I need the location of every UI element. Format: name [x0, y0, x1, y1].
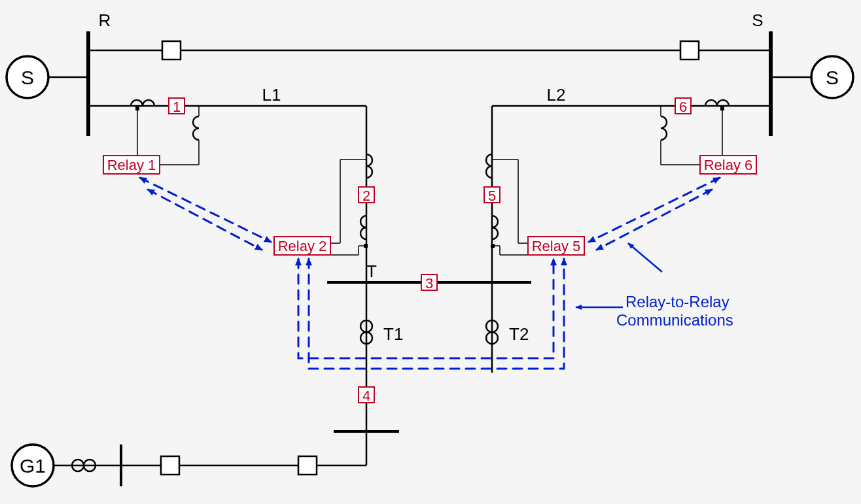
breaker-gen-2 — [298, 456, 317, 475]
t1-label: T1 — [383, 324, 403, 344]
ct-br5 — [486, 154, 492, 178]
breaker-5-label: 5 — [488, 188, 496, 204]
svg-rect-25 — [491, 244, 495, 248]
bus-r-label: R — [99, 10, 111, 30]
pt-br2 — [360, 216, 366, 239]
t2-label: T2 — [509, 324, 529, 344]
relay-5-label: Relay 5 — [532, 238, 581, 254]
annot-line1: Relay-to-Relay — [625, 293, 729, 311]
annot-line2: Communications — [616, 311, 733, 329]
breaker-tie-right — [680, 41, 699, 59]
comm-r6-r5-b — [597, 190, 712, 250]
relay-6-label: Relay 6 — [704, 157, 753, 173]
line-l1-label: L1 — [262, 85, 281, 105]
generator-g1-label: G1 — [20, 455, 46, 477]
ct-br2 — [366, 154, 372, 178]
svg-rect-11 — [720, 107, 724, 110]
breaker-gen-1 — [161, 456, 179, 475]
svg-rect-4 — [135, 107, 139, 110]
breaker-3-label: 3 — [425, 275, 433, 292]
breaker-4-label: 4 — [362, 388, 370, 404]
svg-rect-18 — [364, 244, 368, 248]
annot-arrow-1 — [628, 243, 662, 272]
pt-br5 — [492, 216, 498, 239]
relay-1-label: Relay 1 — [107, 157, 156, 173]
breaker-6-label: 6 — [679, 99, 687, 115]
comm-r1-r2-b — [148, 190, 262, 250]
ct-l2-busS — [705, 100, 729, 106]
comm-r6-r5-a — [589, 178, 720, 242]
breaker-2-label: 2 — [362, 188, 370, 204]
line-l2-label: L2 — [547, 85, 566, 105]
relay-2-label: Relay 2 — [278, 238, 327, 254]
breaker-1-label: 1 — [173, 99, 181, 115]
bus-t-label: T — [366, 261, 377, 281]
bus-s-label: S — [752, 10, 763, 30]
comm-r1-r2-a — [140, 178, 271, 242]
relay-5-group — [491, 160, 528, 255]
relay-2-group — [330, 160, 368, 255]
source-left-label: S — [21, 67, 34, 88]
source-right-label: S — [826, 67, 839, 88]
ct-l1-busR — [131, 100, 154, 106]
breaker-tie-left — [162, 41, 181, 59]
